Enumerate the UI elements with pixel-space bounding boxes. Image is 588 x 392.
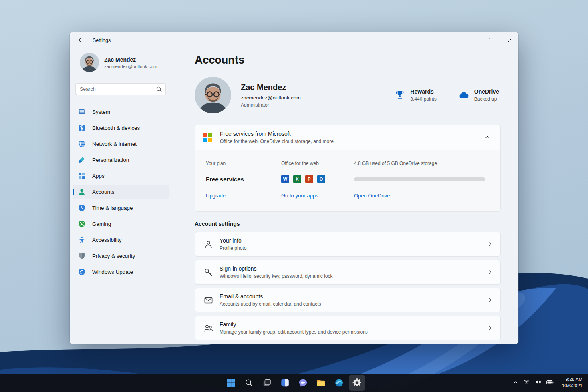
- mail-icon: [203, 295, 213, 305]
- search-input[interactable]: [75, 83, 166, 95]
- word-icon: W: [281, 175, 289, 183]
- network-globe-icon: [78, 140, 86, 148]
- your-info-row[interactable]: Your info Profile photo: [195, 232, 501, 257]
- rewards-badge[interactable]: Rewards 3,440 points: [394, 88, 436, 102]
- sidebar-user-profile[interactable]: Zac Mendez zacmendez@outlook.com: [80, 53, 189, 72]
- rewards-points: 3,440 points: [410, 96, 436, 102]
- plan-column: Your plan Free services Upgrade: [206, 161, 281, 199]
- sidebar-nav: System Bluetooth & devices Network & int…: [73, 105, 189, 279]
- personalization-brush-icon: [78, 156, 86, 164]
- collapse-button[interactable]: [480, 130, 495, 145]
- file-explorer-button[interactable]: [313, 375, 329, 391]
- search-icon: [244, 378, 254, 388]
- upgrade-link[interactable]: Upgrade: [206, 193, 226, 199]
- sidebar-item-system[interactable]: System: [73, 105, 169, 119]
- free-services-card: Free services from Microsoft Office for …: [195, 125, 501, 212]
- sidebar-item-bluetooth-devices[interactable]: Bluetooth & devices: [73, 121, 169, 135]
- sign-in-options-row[interactable]: Sign-in options Windows Hello, security …: [195, 260, 501, 285]
- row-title: Sign-in options: [220, 265, 333, 272]
- plan-label: Your plan: [206, 161, 226, 166]
- settings-taskbar-button[interactable]: [349, 375, 365, 391]
- sidebar-item-gaming[interactable]: Gaming: [73, 217, 169, 231]
- chevron-right-icon: [487, 325, 493, 331]
- sidebar-item-privacy-security[interactable]: Privacy & security: [73, 249, 169, 263]
- sidebar-item-label: Gaming: [92, 221, 111, 227]
- taskbar-search-button[interactable]: [241, 375, 257, 391]
- onedrive-badge[interactable]: OneDrive Backed up: [458, 88, 499, 102]
- chat-button[interactable]: [295, 375, 311, 391]
- storage-label: 4.8 GB used of 5 GB OneDrive storage: [354, 161, 437, 166]
- maximize-icon: [489, 38, 493, 44]
- powerpoint-icon: P: [305, 175, 313, 183]
- back-button[interactable]: [75, 34, 87, 46]
- clock-icon: [78, 204, 86, 212]
- task-view-button[interactable]: [259, 375, 275, 391]
- free-services-body: Your plan Free services Upgrade Office f…: [195, 150, 500, 211]
- chevron-right-icon: [487, 297, 493, 303]
- microsoft-logo-icon: [203, 133, 212, 142]
- sidebar-item-accounts[interactable]: Accounts: [73, 185, 169, 199]
- page-title: Accounts: [195, 54, 501, 66]
- sidebar-item-label: Bluetooth & devices: [92, 125, 140, 131]
- family-icon: [203, 323, 213, 333]
- system-icon: [78, 108, 86, 116]
- widgets-button[interactable]: [277, 375, 293, 391]
- show-hidden-icons-button[interactable]: [513, 378, 519, 388]
- sidebar-item-accessibility[interactable]: Accessibility: [73, 233, 169, 247]
- window-title: Settings: [93, 38, 111, 43]
- shield-icon: [78, 252, 86, 260]
- minimize-button[interactable]: [463, 32, 482, 49]
- minimize-icon: [471, 38, 475, 44]
- clock[interactable]: 9:28 AM 10/6/2021: [560, 375, 584, 390]
- volume-tray-button[interactable]: [534, 377, 542, 388]
- folder-icon: [316, 378, 326, 388]
- update-refresh-icon: [78, 268, 86, 276]
- accounts-person-icon: [78, 188, 86, 196]
- sidebar-item-windows-update[interactable]: Windows Update: [73, 265, 169, 279]
- onedrive-cloud-icon: [458, 90, 469, 101]
- open-onedrive-link[interactable]: Open OneDrive: [354, 193, 390, 199]
- person-icon: [203, 239, 213, 249]
- email-accounts-row[interactable]: Email & accounts Accounts used by email,…: [195, 288, 501, 312]
- maximize-button[interactable]: [482, 32, 500, 49]
- free-services-header[interactable]: Free services from Microsoft Office for …: [195, 125, 500, 150]
- main-content: Accounts Zac Mendez zacmendez@outlook.co…: [189, 49, 518, 344]
- sidebar-item-label: Windows Update: [92, 269, 133, 275]
- sidebar-item-label: Privacy & security: [92, 253, 135, 259]
- account-settings-list: Your info Profile photo Sign-in options …: [195, 232, 501, 340]
- start-button[interactable]: [223, 375, 239, 391]
- sidebar-item-label: Network & internet: [92, 141, 137, 147]
- row-title: Your info: [220, 237, 246, 244]
- windows-logo-icon: [226, 378, 236, 388]
- sidebar-item-apps[interactable]: Apps: [73, 169, 169, 183]
- sidebar-item-label: Personalization: [92, 157, 129, 163]
- chevron-right-icon: [487, 269, 493, 275]
- network-tray-button[interactable]: [522, 377, 530, 388]
- clock-time: 9:28 AM: [562, 376, 582, 383]
- sidebar: Zac Mendez zacmendez@outlook.com System: [70, 49, 189, 344]
- edge-button[interactable]: [331, 375, 347, 391]
- battery-icon: [546, 379, 554, 386]
- account-settings-header: Account settings: [195, 221, 501, 227]
- sidebar-item-personalization[interactable]: Personalization: [73, 153, 169, 167]
- onedrive-status: Backed up: [474, 96, 499, 102]
- profile-email: zacmendez@outlook.com: [241, 95, 301, 101]
- task-view-icon: [262, 378, 272, 388]
- widgets-icon: [280, 378, 290, 388]
- row-title: Email & accounts: [220, 293, 321, 300]
- battery-tray-button[interactable]: [546, 378, 554, 388]
- selected-indicator: [73, 189, 74, 195]
- close-button[interactable]: [500, 32, 518, 49]
- go-to-apps-link[interactable]: Go to your apps: [281, 193, 318, 199]
- taskbar: 9:28 AM 10/6/2021: [0, 374, 588, 392]
- sidebar-item-network-internet[interactable]: Network & internet: [73, 137, 169, 151]
- apps-grid-icon: [78, 172, 86, 180]
- sidebar-item-label: Accounts: [92, 189, 115, 195]
- sidebar-item-label: Apps: [92, 173, 105, 179]
- office-column: Office for the web W X P O Go to your ap…: [281, 161, 354, 199]
- family-row[interactable]: Family Manage your family group, edit ac…: [195, 316, 501, 340]
- rewards-trophy-icon: [394, 90, 405, 101]
- accessibility-person-icon: [78, 236, 86, 244]
- sidebar-item-time-language[interactable]: Time & language: [73, 201, 169, 215]
- bluetooth-icon: [78, 124, 86, 132]
